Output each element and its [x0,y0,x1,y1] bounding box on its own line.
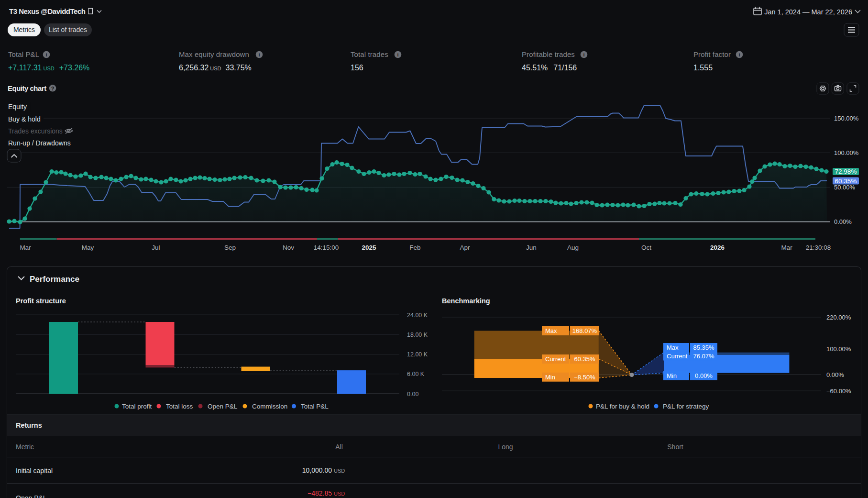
svg-text:50.00%: 50.00% [834,184,856,191]
svg-text:1.555: 1.555 [693,64,713,72]
svg-text:P&L for buy & hold: P&L for buy & hold [596,403,649,410]
svg-text:72.98%: 72.98% [835,168,857,175]
svg-text:i: i [46,52,47,57]
svg-text:Oct: Oct [641,244,651,251]
svg-text:85.35%: 85.35% [693,344,714,351]
svg-text:10,000.00: 10,000.00 [302,466,332,474]
svg-text:45.51%71/156: 45.51%71/156 [522,64,577,72]
svg-text:Buy & hold: Buy & hold [8,115,41,123]
svg-text:Returns: Returns [16,421,42,429]
svg-text:Benchmarking: Benchmarking [442,297,490,305]
svg-text:Open P&L: Open P&L [16,494,47,498]
svg-text:List of trades: List of trades [49,26,87,33]
svg-text:Max equity drawdown: Max equity drawdown [179,50,249,58]
svg-text:220.00%: 220.00% [826,314,851,321]
svg-text:Apr: Apr [460,244,470,251]
svg-text:Total profit: Total profit [122,403,152,410]
svg-text:Aug: Aug [567,244,579,251]
svg-text:USD: USD [334,491,345,497]
svg-text:100.00%: 100.00% [826,345,851,353]
svg-text:Min: Min [667,372,677,379]
svg-text:21:30:08: 21:30:08 [806,244,831,251]
svg-text:Total P&L: Total P&L [301,403,329,410]
svg-text:Open P&L: Open P&L [208,403,238,410]
svg-text:0.00%: 0.00% [695,372,713,379]
svg-text:60.35%: 60.35% [574,355,595,363]
svg-text:2026: 2026 [710,244,725,251]
svg-text:Long: Long [498,443,513,451]
svg-text:Max: Max [667,344,679,351]
svg-text:Commission: Commission [252,403,287,410]
svg-text:Sep: Sep [224,244,236,251]
svg-text:Total loss: Total loss [166,403,193,410]
svg-text:Run-up / Drawdowns: Run-up / Drawdowns [8,139,71,147]
svg-text:May: May [82,244,94,251]
svg-text:0.00%: 0.00% [826,371,844,378]
svg-text:76.07%: 76.07% [693,353,714,360]
svg-text:i: i [739,52,740,57]
svg-text:Jan 1, 2024 — Mar 22, 2026: Jan 1, 2024 — Mar 22, 2026 [764,8,852,16]
svg-text:14:15:00: 14:15:00 [314,244,339,251]
svg-text:All: All [335,443,343,451]
svg-text:156: 156 [351,64,363,72]
svg-text:i: i [397,52,399,57]
svg-text:Profitable trades: Profitable trades [522,50,575,58]
svg-text:−8.50%: −8.50% [574,374,595,381]
svg-text:P&L for strategy: P&L for strategy [663,403,709,410]
svg-text:Jul: Jul [152,244,160,251]
svg-text:−482.85: −482.85 [308,489,332,497]
svg-text:Feb: Feb [409,244,420,251]
svg-text:Trades excursions: Trades excursions [8,127,63,135]
svg-text:168.07%: 168.07% [572,327,597,334]
svg-text:Total trades: Total trades [351,50,388,58]
svg-text:6.00 K: 6.00 K [407,371,425,377]
svg-text:i: i [259,52,260,57]
svg-text:Nov: Nov [283,244,294,251]
svg-text:i: i [583,52,585,57]
svg-text:Metrics: Metrics [13,26,35,33]
svg-text:USD: USD [334,468,345,474]
svg-text:−60.00%: −60.00% [826,387,851,395]
svg-text:?: ? [51,86,55,91]
svg-text:Jun: Jun [526,244,537,251]
svg-text:60.35%: 60.35% [835,177,857,185]
svg-text:0.00%: 0.00% [834,218,852,225]
svg-text:Min: Min [545,374,555,381]
svg-text:Metric: Metric [16,443,34,451]
svg-text:Profit structure: Profit structure [16,297,66,305]
svg-text:0.00: 0.00 [407,391,418,398]
svg-text:T3 Nexus @DaviddTech: T3 Nexus @DaviddTech [9,7,86,15]
svg-text:Max: Max [545,327,557,334]
svg-text:24.00 K: 24.00 K [407,312,428,319]
svg-text:Total P&L: Total P&L [8,50,39,58]
svg-text:Performance: Performance [30,275,79,284]
svg-text:Current: Current [667,353,688,360]
svg-text:6,256.32USD33.75%: 6,256.32USD33.75% [179,64,252,72]
svg-text:150.00%: 150.00% [834,115,859,122]
svg-text:Equity: Equity [8,103,27,111]
svg-text:Equity chart: Equity chart [8,84,46,92]
svg-text:Current: Current [545,355,566,363]
svg-text:Profit factor: Profit factor [693,50,731,58]
svg-text:Mar: Mar [781,244,792,251]
svg-text:+7,117.31USD+73.26%: +7,117.31USD+73.26% [8,64,89,72]
svg-text:2025: 2025 [362,244,376,251]
svg-text:18.00 K: 18.00 K [407,332,428,338]
svg-text:100.00%: 100.00% [834,149,859,156]
svg-text:Short: Short [667,443,683,451]
svg-text:Mar: Mar [20,244,31,251]
svg-text:Initial capital: Initial capital [16,467,53,475]
svg-text:12.00 K: 12.00 K [407,351,428,358]
